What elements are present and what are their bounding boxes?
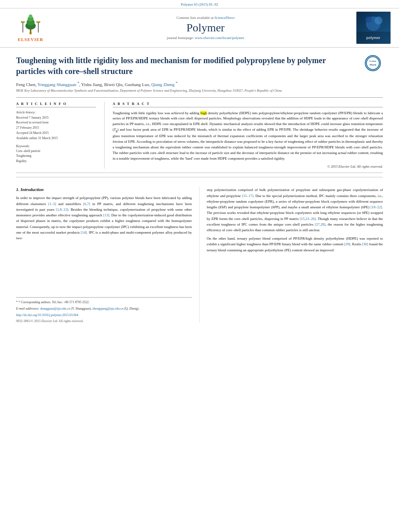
intro-right-paragraph-2: On the other hand, ternary polymer blend…	[207, 236, 383, 253]
authors-line: Feng Chen, Yonggang Shangguan *, Yishu J…	[16, 81, 357, 87]
available-date: Available online 31 March 2015	[16, 136, 96, 141]
received-date: Received 7 January 2015	[16, 115, 96, 121]
homepage-url[interactable]: www.elsevier.com/locate/polymer	[195, 36, 244, 40]
highlight-high: high	[200, 111, 207, 115]
svg-rect-9	[38, 21, 39, 32]
svg-point-5	[29, 14, 32, 18]
contents-label: Contents lists available at	[177, 16, 214, 20]
svg-text:Cross: Cross	[370, 60, 376, 63]
accepted-date: Accepted 24 March 2015	[16, 131, 96, 136]
cite-29[interactable]: [29]	[344, 242, 350, 246]
svg-point-14	[374, 16, 383, 25]
crossmark-section: Cross Mark	[365, 55, 383, 71]
abstract-heading: A B S T R A C T	[113, 102, 383, 107]
section-num: 1. Introduction	[16, 187, 43, 192]
homepage-label: journal homepage:	[167, 36, 194, 40]
cite-18-22[interactable]: [18–22]	[370, 205, 382, 209]
author-yishu: Yishu Jiang, Biwei Qiu, Guohang Luo,	[81, 82, 151, 87]
footer-section: * * Corresponding authors. Tel./fax: +86…	[16, 297, 192, 323]
cite-30[interactable]: [30]	[362, 242, 368, 246]
article-info-column: A R T I C L E I N F O Article history: R…	[16, 102, 105, 169]
journal-header: ELSEVIER Contents lists available at Sci…	[0, 8, 399, 48]
homepage-line: journal homepage: www.elsevier.com/locat…	[59, 36, 352, 40]
revised-text: Received in revised form	[16, 121, 49, 124]
cite-1-5[interactable]: [1–5]	[48, 202, 56, 206]
doi-line: http://dx.doi.org/10.1016/j.polymer.2015…	[16, 313, 192, 318]
author-star1: *,	[77, 82, 81, 87]
contents-available-line: Contents lists available at ScienceDirec…	[59, 16, 352, 20]
article-info-abstract-section: A R T I C L E I N F O Article history: R…	[16, 98, 383, 173]
cite-14[interactable]: [14]	[81, 230, 87, 234]
svg-text:polymer: polymer	[366, 36, 380, 40]
svg-point-11	[37, 21, 40, 22]
email-line: E-mail addresses: shangguan@zju.edu.cn (…	[16, 306, 192, 311]
affiliation: MOE Key Laboratory of Macromolecular Syn…	[16, 88, 357, 93]
article-dates: Received 7 January 2015 Received in revi…	[16, 115, 96, 141]
svg-text:Mark: Mark	[369, 63, 376, 66]
elsevier-logo: ELSEVIER	[18, 14, 43, 42]
cite-6-7[interactable]: [6,7]	[83, 202, 90, 206]
journal-citation: Polymer 65 (2015) 81–92	[181, 2, 218, 6]
keywords-block: Keywords: Core–shell particle Toughening…	[16, 144, 96, 164]
cite-15-23-26[interactable]: [15,23–26]	[300, 217, 316, 221]
abstract-text: Toughening with little rigidity loss was…	[113, 111, 383, 162]
journal-name-display: Polymer	[59, 21, 352, 34]
email1[interactable]: shangguan@zju.edu.cn	[40, 307, 70, 310]
author-qiang[interactable]: Qiang Zheng	[151, 82, 175, 87]
corresponding-text: * Corresponding authors. Tel./fax: +86 5…	[19, 300, 89, 304]
svg-rect-6	[23, 21, 23, 32]
elsevier-tree-icon	[19, 14, 43, 36]
keyword-2: Toughening	[16, 154, 96, 159]
elsevier-wordmark: ELSEVIER	[18, 37, 43, 42]
sciencedirect-link[interactable]: ScienceDirect	[214, 16, 234, 20]
intro-paragraph-1: In order to improve the impact strength …	[16, 195, 192, 241]
email2-suffix: (Q. Zheng).	[124, 307, 140, 310]
article-title: Toughening with little rigidity loss and…	[16, 55, 357, 77]
svg-point-8	[21, 21, 24, 22]
main-content: Toughening with little rigidity loss and…	[0, 48, 399, 323]
body-right-column: step polymerization comprised of bulk po…	[200, 187, 383, 323]
title-section: Toughening with little rigidity loss and…	[16, 48, 383, 98]
section-divider	[16, 177, 383, 177]
cite-15-17[interactable]: [15–17]	[242, 194, 254, 198]
email2[interactable]: zhengqiang@zju.edu.cn	[93, 307, 123, 310]
history-block: Article history: Received 7 January 2015…	[16, 111, 96, 141]
cite-13[interactable]: [13]	[103, 213, 109, 217]
corresponding-note: * * Corresponding authors. Tel./fax: +86…	[16, 300, 192, 305]
cite-1-8-12[interactable]: [1,8–12]	[56, 207, 68, 212]
keyword-1: Core–shell particle	[16, 149, 96, 154]
polymer-logo-box: polymer	[356, 12, 391, 44]
polymer-logo-image: polymer	[356, 12, 391, 44]
svg-point-15	[365, 16, 372, 23]
author-star2: *	[176, 82, 178, 87]
crossmark-icon[interactable]: Cross Mark	[365, 55, 381, 71]
intro-right-paragraph-1: step polymerization comprised of bulk po…	[207, 187, 383, 233]
email1-suffix: (Y. Shangguan),	[71, 307, 92, 310]
author-yonggang[interactable]: Yonggang Shangguan	[37, 82, 76, 87]
abstract-column: A B S T R A C T Toughening with little r…	[105, 102, 383, 169]
journal-center-info: Contents lists available at ScienceDirec…	[59, 16, 352, 40]
author-feng-chen: Feng Chen,	[16, 82, 37, 87]
crossmark-svg: Cross Mark	[366, 56, 380, 70]
revised-date: Received in revised form 27 February 201…	[16, 120, 96, 131]
keyword-3: Rigidity	[16, 159, 96, 164]
title-text-area: Toughening with little rigidity loss and…	[16, 55, 357, 93]
elsevier-logo-section: ELSEVIER	[6, 14, 55, 42]
body-content: 1. Introduction In order to improve the …	[16, 181, 383, 323]
intro-heading: 1. Introduction	[16, 187, 192, 192]
abstract-copyright: © 2015 Elsevier Ltd. All rights reserved…	[113, 164, 383, 168]
keywords-label: Keywords:	[16, 144, 96, 148]
history-label: Article history:	[16, 111, 96, 114]
email-label: E-mail addresses:	[16, 307, 39, 310]
article-info-heading: A R T I C L E I N F O	[16, 102, 96, 107]
cite-27-28[interactable]: [27,28]	[315, 222, 325, 226]
issn-line: 0032-3861/© 2015 Elsevier Ltd. All right…	[16, 319, 192, 323]
doi-link[interactable]: http://dx.doi.org/10.1016/j.polymer.2015…	[16, 313, 78, 317]
top-bar: Polymer 65 (2015) 81–92	[0, 0, 399, 8]
body-left-column: 1. Introduction In order to improve the …	[16, 187, 200, 323]
polymer-logo-section: polymer	[356, 12, 393, 44]
keywords-content: Core–shell particle Toughening Rigidity	[16, 149, 96, 164]
revised-date-val: 27 February 2015	[16, 126, 39, 129]
